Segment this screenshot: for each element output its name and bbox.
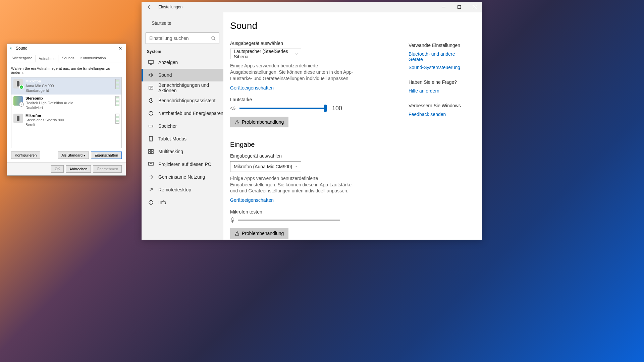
nav-projecting[interactable]: Projizieren auf diesen PC (142, 158, 223, 171)
device-item[interactable]: Mikrofon SteelSeries Siberia 800 Bereit (11, 112, 121, 129)
nav-multitasking[interactable]: Multitasking (142, 145, 223, 158)
microphone-icon (13, 114, 23, 123)
section-label: System (142, 49, 223, 56)
display-icon (148, 60, 154, 65)
input-device-label: Eingabegerät auswählen (230, 153, 482, 159)
bluetooth-devices-link[interactable]: Bluetooth- und andere Geräte (409, 51, 469, 62)
nav-display[interactable]: Anzeigen (142, 56, 223, 69)
svg-point-6 (152, 126, 153, 126)
nav-focus-assist[interactable]: Benachrichtigungsassistent (142, 94, 223, 107)
dialog-tabs: Wiedergabe Aufnahme Sounds Kommunikation (7, 53, 126, 62)
svg-rect-10 (151, 149, 153, 151)
input-level-meter (115, 96, 119, 106)
mic-test-meter (238, 220, 340, 221)
remote-icon (148, 187, 154, 192)
input-device-properties-link[interactable]: Geräteeigenschaften (230, 197, 274, 203)
sound-icon (148, 72, 154, 78)
tab-sounds[interactable]: Sounds (59, 55, 77, 62)
related-header: Verwandte Einstellungen (409, 43, 469, 48)
svg-rect-13 (149, 162, 153, 165)
home-nav-item[interactable]: Startseite (142, 16, 223, 31)
svg-rect-11 (149, 152, 151, 154)
sound-control-panel-link[interactable]: Sound-Systemsteuerung (409, 65, 469, 70)
input-section-header: Eingabe (230, 141, 482, 148)
multitask-icon (148, 149, 154, 154)
default-check-icon (19, 85, 24, 89)
nav-remote-desktop[interactable]: Remotedesktop (142, 183, 223, 196)
warning-icon (235, 231, 239, 236)
nav-notifications[interactable]: Benachrichtigungen und Aktionen (142, 81, 223, 94)
input-level-meter (115, 79, 119, 89)
device-item[interactable]: ↓ Stereomix Realtek High Definition Audi… (11, 95, 121, 112)
output-device-properties-link[interactable]: Geräteeigenschaften (230, 85, 274, 90)
output-troubleshoot-button[interactable]: Problembehandlung (230, 117, 288, 127)
page-title: Sound (230, 20, 482, 31)
nav-power[interactable]: Netzbetrieb und Energiesparen (142, 107, 223, 120)
back-button[interactable] (142, 2, 157, 12)
troubleshoot-label: Problembehandlung (242, 231, 284, 236)
input-device-select[interactable]: Mikrofon (Auna Mic CM900) (230, 161, 301, 172)
device-sub: Auna Mic CM900 (25, 84, 54, 88)
configure-button[interactable]: Konfigurieren (11, 152, 40, 159)
svg-rect-3 (149, 86, 153, 89)
dialog-instruction: Wählen Sie ein Aufnahmegerät aus, um die… (11, 66, 122, 74)
ok-button[interactable]: OK (51, 165, 64, 173)
microphone-icon (13, 79, 23, 88)
output-device-value: Lautsprecher (SteelSeries Siberia... (234, 49, 295, 59)
power-icon (148, 111, 154, 116)
dialog-titlebar: Sound ✕ (7, 44, 126, 53)
feedback-link[interactable]: Feedback senden (409, 112, 469, 117)
dialog-close-button[interactable]: ✕ (117, 46, 124, 51)
nav-label: Remotedesktop (158, 187, 191, 192)
volume-slider[interactable] (239, 108, 325, 109)
nav-sound[interactable]: Sound (142, 69, 223, 81)
nav-storage[interactable]: Speicher (142, 120, 223, 132)
device-name: Mikrofon (25, 114, 64, 118)
nav-label: Benachrichtigungsassistent (158, 98, 215, 103)
device-status: Standardgerät (25, 88, 54, 93)
mic-test-label: Mikrofon testen (230, 209, 482, 215)
volume-thumb[interactable] (324, 105, 327, 112)
nav-about[interactable]: Info (142, 196, 223, 209)
svg-rect-9 (149, 149, 151, 151)
nav-shared[interactable]: Gemeinsame Nutzung (142, 171, 223, 183)
improve-header: Verbessern Sie Windows (409, 103, 469, 108)
device-item[interactable]: Mikrofon Auna Mic CM900 Standardgerät (11, 77, 121, 95)
settings-window: Einstellungen Startseite System Anzeigen (142, 2, 482, 240)
tablet-icon (148, 136, 154, 141)
storage-icon (148, 123, 154, 129)
speaker-icon (9, 46, 14, 51)
set-default-button[interactable]: Als Standard ▾ (58, 152, 89, 159)
cancel-button[interactable]: Abbrechen (66, 165, 91, 173)
svg-rect-0 (458, 6, 461, 9)
search-box[interactable] (146, 33, 219, 44)
troubleshoot-label: Problembehandlung (242, 119, 284, 125)
chevron-down-icon (294, 165, 298, 168)
sound-dialog: Sound ✕ Wiedergabe Aufnahme Sounds Kommu… (7, 44, 126, 176)
get-help-link[interactable]: Hilfe anfordern (409, 88, 469, 94)
project-icon (148, 162, 154, 167)
input-troubleshoot-button[interactable]: Problembehandlung (230, 228, 288, 239)
svg-rect-12 (151, 152, 153, 154)
apply-button[interactable]: Übernehmen (93, 165, 122, 173)
recording-device-list[interactable]: Mikrofon Auna Mic CM900 Standardgerät ↓ … (11, 77, 122, 148)
tab-communications[interactable]: Kommunikation (78, 55, 109, 62)
output-device-select[interactable]: Lautsprecher (SteelSeries Siberia... (230, 49, 301, 59)
tab-recording[interactable]: Aufnahme (36, 55, 58, 62)
settings-titlebar: Einstellungen (142, 2, 482, 12)
nav-tablet[interactable]: Tablet-Modus (142, 132, 223, 145)
search-input[interactable] (149, 36, 211, 41)
device-status: Deaktiviert (25, 106, 73, 110)
tab-playback[interactable]: Wiedergabe (10, 55, 35, 62)
maximize-button[interactable] (451, 2, 467, 12)
nav-label: Sound (158, 72, 172, 78)
properties-button[interactable]: Eigenschaften (91, 152, 122, 159)
device-sub: Realtek High Definition Audio (25, 101, 73, 106)
minimize-button[interactable] (436, 2, 451, 12)
nav-label: Tablet-Modus (158, 136, 186, 141)
nav-label: Projizieren auf diesen PC (158, 162, 211, 167)
close-button[interactable] (467, 2, 482, 12)
volume-value: 100 (332, 105, 342, 112)
svg-rect-2 (149, 60, 153, 63)
search-icon (211, 36, 216, 41)
